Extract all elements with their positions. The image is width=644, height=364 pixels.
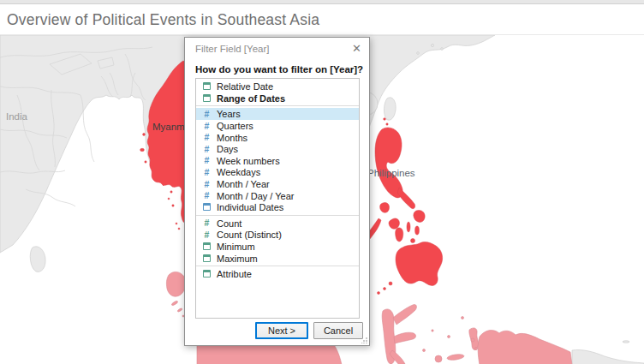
island-papua bbox=[478, 331, 572, 364]
filter-option-individual-dates[interactable]: Individual Dates bbox=[196, 201, 359, 213]
cal-green-icon bbox=[200, 94, 213, 102]
dialog-titlebar: Filter Field [Year] ✕ bbox=[185, 38, 369, 60]
filter-option-label: Attribute bbox=[217, 268, 252, 279]
filter-option-label: Quarters bbox=[217, 120, 253, 131]
island-dot[interactable] bbox=[172, 205, 174, 206]
filter-field-dialog: Filter Field [Year] ✕ How do you want to… bbox=[184, 37, 370, 346]
page-title: Overview of Political Events in Southeas… bbox=[0, 4, 644, 29]
country-sri-lanka bbox=[30, 247, 45, 272]
hash-green-icon bbox=[200, 218, 213, 227]
close-icon[interactable]: ✕ bbox=[352, 42, 361, 55]
next-button[interactable]: Next > bbox=[255, 322, 308, 339]
island-dot[interactable] bbox=[143, 134, 146, 136]
hash-blue-icon bbox=[200, 156, 213, 164]
filter-option-label: Individual Dates bbox=[217, 201, 283, 212]
filter-option-label: Weekdays bbox=[217, 166, 260, 177]
hash-green-icon bbox=[200, 230, 213, 239]
filter-option-days[interactable]: Days bbox=[196, 143, 359, 155]
hash-blue-icon bbox=[200, 133, 213, 141]
filter-option-maximum[interactable]: Maximum bbox=[196, 252, 359, 264]
cal-green-icon bbox=[200, 254, 213, 262]
filter-option-quarters[interactable]: Quarters bbox=[196, 120, 359, 132]
island-dot[interactable] bbox=[145, 161, 146, 163]
filter-option-count[interactable]: Count bbox=[196, 218, 359, 230]
filter-option-years[interactable]: Years bbox=[196, 108, 359, 120]
filter-option-label: Week numbers bbox=[217, 155, 280, 166]
hash-blue-icon bbox=[200, 180, 213, 188]
cal-green-icon bbox=[200, 242, 213, 250]
cal-blue-icon bbox=[200, 203, 213, 211]
filter-option-count-distinct[interactable]: Count (Distinct) bbox=[196, 229, 359, 241]
island-dot[interactable] bbox=[178, 228, 180, 230]
filter-option-month-day-year[interactable]: Month / Day / Year bbox=[196, 189, 359, 201]
filter-option-month-year[interactable]: Month / Year bbox=[196, 178, 359, 190]
hash-blue-icon bbox=[200, 191, 213, 200]
filter-option-label: Maximum bbox=[217, 253, 258, 264]
filter-option-range-of-dates[interactable]: Range of Dates bbox=[196, 92, 359, 104]
filter-type-listbox: Relative DateRange of DatesYearsQuarters… bbox=[195, 78, 360, 319]
list-separator bbox=[196, 215, 359, 216]
island-dot bbox=[441, 48, 444, 51]
filter-option-months[interactable]: Months bbox=[196, 131, 359, 143]
filter-option-label: Relative Date bbox=[217, 81, 273, 92]
filter-option-label: Years bbox=[217, 108, 241, 119]
filter-option-label: Days bbox=[217, 143, 238, 154]
dialog-title: Filter Field [Year] bbox=[195, 44, 270, 54]
resize-grip-icon[interactable] bbox=[361, 337, 367, 343]
island-dot bbox=[431, 44, 433, 46]
island-dot[interactable] bbox=[170, 191, 172, 193]
filter-option-attribute[interactable]: Attribute bbox=[196, 268, 359, 280]
dialog-question: How do you want to filter on [Year]? bbox=[195, 64, 363, 75]
island-dot[interactable] bbox=[168, 198, 170, 200]
country-papua-new-guinea bbox=[572, 349, 644, 364]
island-dot[interactable] bbox=[176, 223, 177, 224]
hash-blue-icon bbox=[200, 145, 213, 153]
filter-option-week-numbers[interactable]: Week numbers bbox=[196, 155, 359, 167]
cal-green-icon bbox=[200, 270, 213, 277]
filter-option-label: Minimum bbox=[217, 241, 255, 252]
filter-option-label: Range of Dates bbox=[217, 92, 285, 104]
filter-option-label: Count bbox=[217, 218, 242, 229]
filter-option-label: Month / Day / Year bbox=[217, 190, 295, 201]
filter-option-relative-date[interactable]: Relative Date bbox=[196, 81, 359, 92]
cancel-button[interactable]: Cancel bbox=[313, 322, 363, 339]
filter-option-label: Count (Distinct) bbox=[217, 229, 282, 240]
dialog-buttons: Next > Cancel bbox=[255, 322, 363, 339]
island-dot[interactable] bbox=[140, 148, 145, 151]
list-separator bbox=[196, 105, 359, 106]
country-taiwan bbox=[384, 98, 396, 120]
page-header: Overview of Political Events in Southeas… bbox=[0, 4, 644, 33]
list-separator bbox=[196, 266, 359, 266]
filter-option-label: Months bbox=[217, 132, 247, 143]
filter-option-weekdays[interactable]: Weekdays bbox=[196, 166, 359, 178]
cal-green-icon bbox=[200, 82, 213, 90]
island-dot bbox=[417, 52, 420, 55]
filter-option-minimum[interactable]: Minimum bbox=[196, 241, 359, 253]
hash-blue-icon bbox=[200, 122, 213, 130]
hash-blue-icon bbox=[200, 168, 213, 176]
filter-option-label: Month / Year bbox=[217, 178, 270, 189]
island-dot bbox=[623, 341, 629, 343]
hash-blue-icon bbox=[200, 110, 213, 118]
